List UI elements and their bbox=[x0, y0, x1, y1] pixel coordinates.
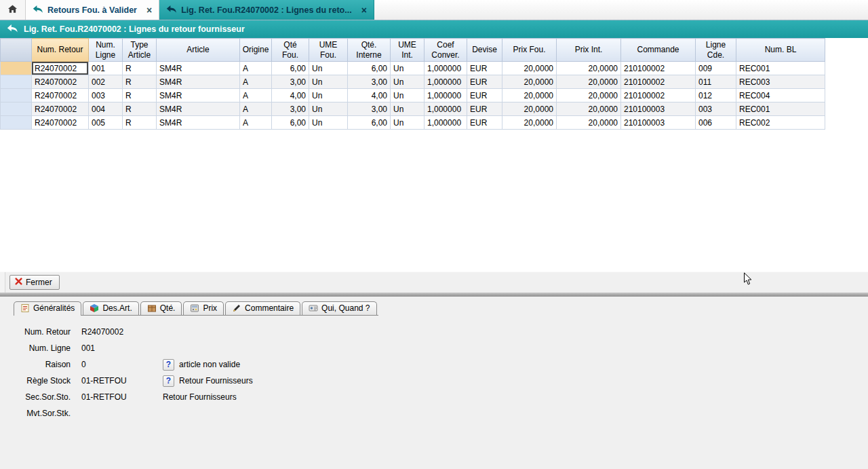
cell-qte-interne[interactable]: 6,00 bbox=[348, 62, 391, 75]
column-header-coef-conver[interactable]: Coef Conver. bbox=[425, 39, 467, 62]
cell-qte-fou[interactable]: 4,00 bbox=[272, 89, 309, 102]
cell-qte-interne[interactable]: 6,00 bbox=[348, 116, 391, 130]
help-button[interactable]: ? bbox=[163, 359, 174, 371]
cell-ume-fou[interactable]: Un bbox=[309, 89, 348, 102]
column-header-commande[interactable]: Commande bbox=[621, 39, 696, 62]
cell-coef-conver[interactable]: 1,000000 bbox=[425, 75, 467, 89]
cell-ume-int[interactable]: Un bbox=[391, 89, 425, 102]
tab-commentaire[interactable]: Commentaire bbox=[225, 301, 300, 315]
close-tab-icon[interactable]: × bbox=[146, 5, 152, 15]
column-header-article[interactable]: Article bbox=[157, 39, 240, 62]
cell-num-retour[interactable]: R24070002 bbox=[32, 116, 89, 130]
cell-ligne-cde[interactable]: 006 bbox=[696, 116, 736, 130]
tab-qte[interactable]: Qté. bbox=[140, 301, 182, 315]
column-header-devise[interactable]: Devise bbox=[467, 39, 502, 62]
cell-ligne-cde[interactable]: 003 bbox=[696, 102, 736, 116]
cell-article[interactable]: SM4R bbox=[157, 116, 240, 130]
column-header-prix-fou[interactable]: Prix Fou. bbox=[502, 39, 557, 62]
cell-num-retour[interactable]: R24070002 bbox=[32, 89, 89, 102]
tab-lignes-retour[interactable]: Lig. Ret. Fou.R24070002 : Lignes du reto… bbox=[159, 0, 374, 20]
cell-prix-int[interactable]: 20,0000 bbox=[557, 102, 621, 116]
cell-origine[interactable]: A bbox=[240, 62, 272, 75]
cell-origine[interactable]: A bbox=[240, 89, 272, 102]
cell-ume-fou[interactable]: Un bbox=[309, 102, 348, 116]
cell-type-article[interactable]: R bbox=[123, 102, 157, 116]
cell-coef-conver[interactable]: 1,000000 bbox=[425, 102, 467, 116]
cell-num-ligne[interactable]: 001 bbox=[89, 62, 123, 75]
cell-prix-fou[interactable]: 20,0000 bbox=[502, 62, 557, 75]
close-tab-icon[interactable]: × bbox=[361, 5, 367, 15]
cell-origine[interactable]: A bbox=[240, 75, 272, 89]
cell-article[interactable]: SM4R bbox=[157, 102, 240, 116]
cell-devise[interactable]: EUR bbox=[467, 75, 502, 89]
cell-article[interactable]: SM4R bbox=[157, 89, 240, 102]
cell-qte-fou[interactable]: 6,00 bbox=[272, 62, 309, 75]
cell-prix-fou[interactable]: 20,0000 bbox=[502, 102, 557, 116]
cell-devise[interactable]: EUR bbox=[467, 102, 502, 116]
toolbar-grip[interactable] bbox=[0, 272, 5, 293]
cell-article[interactable]: SM4R bbox=[157, 62, 240, 75]
row-selector[interactable] bbox=[1, 116, 32, 130]
column-header-qte-interne[interactable]: Qté. Interne bbox=[348, 39, 391, 62]
table-row[interactable]: R24070002005RSM4RA6,00Un6,00Un1,000000EU… bbox=[1, 116, 825, 130]
column-header-ume-fou[interactable]: UME Fou. bbox=[309, 39, 348, 62]
cell-num-ligne[interactable]: 005 bbox=[89, 116, 123, 130]
cell-article[interactable]: SM4R bbox=[157, 75, 240, 89]
tab-generalites[interactable]: Généralités bbox=[14, 301, 81, 316]
cell-qte-fou[interactable]: 6,00 bbox=[272, 116, 309, 130]
tab-prix[interactable]: Prix bbox=[183, 301, 224, 315]
cell-devise[interactable]: EUR bbox=[467, 89, 502, 102]
field-value[interactable]: 01-RETFOU bbox=[81, 376, 163, 386]
cell-ligne-cde[interactable]: 011 bbox=[696, 75, 736, 89]
row-selector[interactable] bbox=[1, 62, 32, 75]
cell-ligne-cde[interactable]: 009 bbox=[696, 62, 736, 75]
cell-num-bl[interactable]: REC002 bbox=[736, 116, 825, 130]
table-row[interactable]: R24070002001RSM4RA6,00Un6,00Un1,000000EU… bbox=[1, 62, 825, 75]
cell-type-article[interactable]: R bbox=[123, 62, 157, 75]
table-row[interactable]: R24070002002RSM4RA3,00Un3,00Un1,000000EU… bbox=[1, 75, 825, 89]
cell-coef-conver[interactable]: 1,000000 bbox=[425, 62, 467, 75]
cell-commande[interactable]: 210100002 bbox=[621, 89, 696, 102]
cell-prix-int[interactable]: 20,0000 bbox=[557, 116, 621, 130]
cell-num-ligne[interactable]: 004 bbox=[89, 102, 123, 116]
column-header-num-retour[interactable]: Num. Retour bbox=[32, 39, 89, 62]
tab-retours-fou-a-valider[interactable]: Retours Fou. à Valider × bbox=[26, 0, 159, 20]
cell-qte-interne[interactable]: 4,00 bbox=[348, 89, 391, 102]
column-header-origine[interactable]: Origine bbox=[240, 39, 272, 62]
cell-type-article[interactable]: R bbox=[123, 89, 157, 102]
cell-prix-fou[interactable]: 20,0000 bbox=[502, 89, 557, 102]
cell-coef-conver[interactable]: 1,000000 bbox=[425, 116, 467, 130]
cell-qte-fou[interactable]: 3,00 bbox=[272, 75, 309, 89]
cell-commande[interactable]: 210100003 bbox=[621, 102, 696, 116]
row-selector[interactable] bbox=[1, 102, 32, 116]
cell-num-bl[interactable]: REC004 bbox=[736, 89, 825, 102]
cell-devise[interactable]: EUR bbox=[467, 116, 502, 130]
cell-prix-fou[interactable]: 20,0000 bbox=[502, 75, 557, 89]
cell-origine[interactable]: A bbox=[240, 116, 272, 130]
cell-type-article[interactable]: R bbox=[123, 116, 157, 130]
cell-origine[interactable]: A bbox=[240, 102, 272, 116]
field-value[interactable]: 001 bbox=[81, 343, 163, 353]
cell-qte-interne[interactable]: 3,00 bbox=[348, 75, 391, 89]
tab-qui-quand[interactable]: Qui, Quand ? bbox=[302, 301, 376, 315]
cell-num-bl[interactable]: REC001 bbox=[736, 102, 825, 116]
cell-num-retour[interactable]: R24070002 bbox=[32, 102, 89, 116]
cell-ume-int[interactable]: Un bbox=[391, 102, 425, 116]
field-value[interactable]: 01-RETFOU bbox=[81, 392, 163, 402]
cell-num-bl[interactable]: REC001 bbox=[736, 62, 825, 75]
cell-num-retour[interactable]: R24070002 bbox=[32, 62, 89, 75]
cell-commande[interactable]: 210100002 bbox=[621, 62, 696, 75]
column-header-ligne-cde[interactable]: Ligne Cde. bbox=[696, 39, 736, 62]
cell-ligne-cde[interactable]: 012 bbox=[696, 89, 736, 102]
cell-prix-int[interactable]: 20,0000 bbox=[557, 75, 621, 89]
cell-num-bl[interactable]: REC003 bbox=[736, 75, 825, 89]
cell-num-ligne[interactable]: 003 bbox=[89, 89, 123, 102]
cell-num-ligne[interactable]: 002 bbox=[89, 75, 123, 89]
fermer-button[interactable]: Fermer bbox=[9, 275, 60, 290]
cell-prix-int[interactable]: 20,0000 bbox=[557, 89, 621, 102]
home-tab[interactable] bbox=[0, 0, 26, 20]
row-selector[interactable] bbox=[1, 89, 32, 102]
table-row[interactable]: R24070002003RSM4RA4,00Un4,00Un1,000000EU… bbox=[1, 89, 825, 102]
column-header-num-bl[interactable]: Num. BL bbox=[736, 39, 825, 62]
column-header-ume-int[interactable]: UME Int. bbox=[391, 39, 425, 62]
